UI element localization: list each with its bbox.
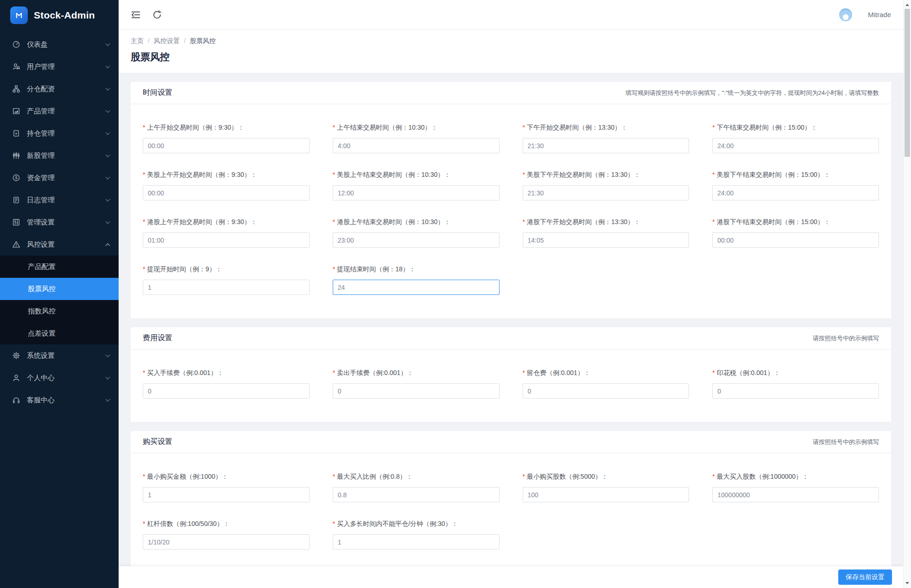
field-input[interactable]	[712, 138, 879, 153]
sidebar-item-label: 用户管理	[27, 63, 106, 71]
field-label-text: 最小购买金额（例:1000）：	[147, 473, 228, 480]
form-field: *港股下午开始交易时间（例：13:30）：	[523, 218, 690, 248]
vertical-scrollbar[interactable]	[903, 0, 911, 588]
field-input[interactable]	[333, 232, 500, 248]
sidebar-subitem[interactable]: 指数风控	[0, 300, 119, 322]
sidebar-item[interactable]: 管理设置	[0, 211, 119, 233]
field-label: *提现开始时间（例：9）：	[143, 265, 310, 274]
scrollbar-thumb[interactable]	[905, 9, 910, 157]
sidebar-item-label: 客服中心	[27, 396, 106, 405]
chart-icon	[12, 107, 20, 115]
field-input[interactable]	[143, 138, 310, 153]
sidebar-item[interactable]: 个人中心	[0, 367, 119, 389]
field-input[interactable]	[523, 383, 690, 399]
form-field: *买入手续费（例:0.001）：	[143, 369, 310, 399]
field-input[interactable]	[333, 487, 500, 502]
field-label-text: 买入手续费（例:0.001）：	[147, 369, 223, 376]
sidebar-item[interactable]: 日志管理	[0, 189, 119, 211]
field-label-text: 留仓费（例:0.001）：	[527, 369, 590, 376]
org-chart-icon	[12, 85, 20, 93]
sidebar-subitem[interactable]: 点差设置	[0, 322, 119, 344]
sidebar-item-label: 系统设置	[27, 351, 106, 360]
scroll-down-icon[interactable]	[904, 579, 911, 587]
field-input[interactable]	[333, 534, 500, 550]
sidebar-item[interactable]: 产品管理	[0, 100, 119, 122]
sidebar-item[interactable]: 新股管理	[0, 144, 119, 167]
field-label: *提现结束时间（例：18）：	[333, 265, 500, 274]
breadcrumb-link[interactable]: 风控设置	[154, 37, 180, 45]
sidebar-item[interactable]: ¥持仓管理	[0, 122, 119, 144]
sidebar-item[interactable]: 仪表盘	[0, 33, 119, 56]
chevron-down-icon	[106, 152, 110, 157]
field-input[interactable]	[523, 138, 690, 153]
card-note: 填写规则请按照括号中的示例填写，":"统一为英文中的字符，提现时间为24小时制，…	[626, 89, 879, 97]
field-label-text: 最大买入股数（例:1000000）：	[717, 473, 809, 480]
sidebar-item[interactable]: $资金管理	[0, 167, 119, 189]
sidebar-item[interactable]: 用户管理	[0, 56, 119, 78]
field-label-text: 港股上午开始交易时间（例：9:30）：	[147, 218, 257, 225]
field-input[interactable]	[333, 280, 500, 295]
field-input[interactable]	[143, 185, 310, 200]
required-asterisk: *	[143, 369, 145, 376]
menu-fold-icon[interactable]	[131, 10, 141, 20]
refresh-icon[interactable]	[152, 10, 162, 20]
form-field: *港股上午开始交易时间（例：9:30）：	[143, 218, 310, 248]
field-input[interactable]	[143, 534, 310, 550]
sidebar-item[interactable]: 风控设置	[0, 233, 119, 256]
field-input[interactable]	[712, 383, 879, 399]
sidebar-subitem[interactable]: 股票风控	[0, 278, 119, 300]
app-logo[interactable]: Stock-Admin	[0, 0, 119, 31]
required-asterisk: *	[333, 520, 335, 527]
sliders-icon	[12, 218, 20, 226]
field-label-text: 港股下午开始交易时间（例：13:30）：	[527, 218, 640, 225]
field-input[interactable]	[712, 185, 879, 200]
field-input[interactable]	[333, 138, 500, 153]
sidebar-item[interactable]: 客服中心	[0, 389, 119, 411]
field-label-text: 印花税（例:0.001）：	[717, 369, 780, 376]
required-asterisk: *	[523, 124, 525, 131]
field-input[interactable]	[712, 232, 879, 248]
field-label-text: 美股下午结束交易时间（例：15:00）：	[717, 171, 830, 178]
required-asterisk: *	[143, 124, 145, 131]
sidebar-item[interactable]: 系统设置	[0, 344, 119, 367]
sidebar-item-label: 风控设置	[27, 240, 106, 249]
topbar: Mitrade	[119, 0, 903, 30]
field-input[interactable]	[143, 280, 310, 295]
sidebar-item[interactable]: 分仓配资	[0, 78, 119, 100]
sidebar-subitem[interactable]: 产品配置	[0, 256, 119, 278]
field-input[interactable]	[523, 232, 690, 248]
save-button[interactable]: 保存当前设置	[838, 569, 892, 585]
required-asterisk: *	[523, 369, 525, 376]
form-field: *买入多长时间内不能平仓/分钟（例:30）：	[333, 520, 500, 550]
field-label: *美股上午开始交易时间（例：9:30）：	[143, 171, 310, 179]
field-label: *上午开始交易时间（例：9:30）：	[143, 124, 310, 132]
field-input[interactable]	[523, 487, 690, 502]
sidebar-item-label: 管理设置	[27, 218, 106, 227]
required-asterisk: *	[712, 124, 715, 131]
field-input[interactable]	[712, 487, 879, 502]
field-input[interactable]	[143, 232, 310, 248]
field-label: *杠杆倍数（例:100/50/30）：	[143, 520, 310, 528]
candlestick-icon	[12, 151, 20, 160]
field-label: *最大买入比例（例:0.8）：	[333, 473, 500, 481]
field-input[interactable]	[333, 185, 500, 200]
field-input[interactable]	[333, 383, 500, 399]
settings-card: 费用设置请按照括号中的示例填写*买入手续费（例:0.001）：*卖出手续费（例:…	[131, 327, 891, 422]
save-bar: 保存当前设置	[119, 566, 903, 588]
field-label-text: 最大买入比例（例:0.8）：	[337, 473, 412, 480]
field-input[interactable]	[143, 383, 310, 399]
gear-icon	[12, 351, 20, 360]
scroll-up-icon[interactable]	[904, 1, 911, 9]
required-asterisk: *	[523, 171, 525, 178]
user-name[interactable]: Mitrade	[868, 11, 891, 19]
breadcrumb-link[interactable]: 主页	[131, 37, 144, 45]
field-input[interactable]	[143, 487, 310, 502]
field-label: *买入多长时间内不能平仓/分钟（例:30）：	[333, 520, 500, 528]
field-label-text: 卖出手续费（例:0.001）：	[337, 369, 413, 376]
sidebar-item-label: 仪表盘	[27, 40, 106, 49]
card-body: *买入手续费（例:0.001）：*卖出手续费（例:0.001）：*留仓费（例:0…	[131, 350, 891, 422]
position-icon: ¥	[12, 129, 20, 138]
field-label: *港股下午开始交易时间（例：13:30）：	[523, 218, 690, 226]
user-avatar[interactable]	[839, 8, 852, 21]
field-input[interactable]	[523, 185, 690, 200]
